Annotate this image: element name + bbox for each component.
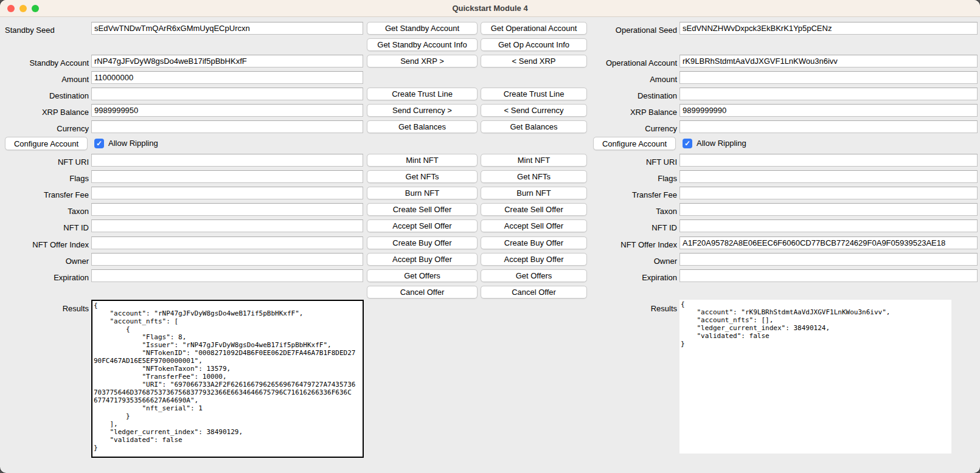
standby-allow-rippling-label: Allow Rippling [108, 137, 158, 150]
standby-send-xrp-button[interactable]: Send XRP > [367, 55, 478, 67]
operational-results-text: { "account": "rK9LBRhStdmtAaVdJXGVF1LnKW… [679, 300, 951, 348]
standby-nft-uri-label: NFT URI [0, 156, 89, 168]
standby-allow-rippling-checkbox[interactable] [94, 139, 104, 148]
operational-results-label: Results [535, 302, 677, 315]
operational-xrp-balance-label: XRP Balance [535, 106, 677, 119]
operational-nft-uri-input[interactable] [679, 154, 978, 167]
operational-amount-label: Amount [535, 73, 677, 86]
window-title: Quickstart Module 4 [452, 4, 527, 13]
operational-xrp-balance-input[interactable] [679, 104, 978, 117]
operational-nft-uri-label: NFT URI [535, 156, 677, 168]
operational-cancel-offer-button[interactable]: Cancel Offer [481, 286, 587, 299]
standby-get-offers-button[interactable]: Get Offers [367, 269, 478, 282]
operational-amount-input[interactable] [679, 71, 978, 84]
operational-expiration-input[interactable] [679, 269, 978, 282]
operational-allow-rippling-label: Allow Rippling [697, 137, 746, 150]
operational-results-area[interactable]: { "account": "rK9LBRhStdmtAaVdJXGVF1LnKW… [679, 300, 951, 454]
standby-account-input[interactable] [91, 55, 363, 67]
standby-taxon-label: Taxon [0, 205, 89, 218]
standby-get-nfts-button[interactable]: Get NFTs [367, 170, 478, 183]
operational-account-label: Operational Account [535, 57, 677, 69]
standby-results-area[interactable]: { "account": "rNP47gJFvDyW8gsDo4weB17if5… [91, 300, 364, 458]
standby-create-sell-offer-button[interactable]: Create Sell Offer [367, 203, 478, 216]
standby-amount-input[interactable] [91, 71, 363, 84]
operational-currency-input[interactable] [679, 120, 978, 133]
operational-owner-label: Owner [535, 255, 677, 268]
standby-results-text: { "account": "rNP47gJFvDyW8gsDo4weB17if5… [92, 301, 363, 452]
standby-seed-label: Standby Seed [5, 24, 55, 36]
operational-seed-input[interactable] [679, 22, 978, 35]
operational-taxon-label: Taxon [535, 205, 677, 218]
standby-accept-sell-offer-button[interactable]: Accept Sell Offer [367, 219, 478, 232]
standby-destination-input[interactable] [91, 88, 363, 100]
standby-results-label: Results [0, 302, 89, 315]
close-button[interactable] [7, 5, 15, 12]
standby-nft-offer-index-label: NFT Offer Index [0, 238, 89, 251]
operational-nft-offer-index-label: NFT Offer Index [535, 238, 677, 251]
standby-expiration-label: Expiration [0, 271, 89, 284]
operational-currency-label: Currency [535, 122, 677, 135]
standby-mint-nft-button[interactable]: Mint NFT [367, 154, 478, 167]
standby-flags-input[interactable] [91, 170, 363, 183]
standby-create-trust-line-button[interactable]: Create Trust Line [367, 88, 478, 100]
standby-nft-offer-index-input[interactable] [91, 236, 363, 249]
standby-account-label: Standby Account [0, 57, 89, 69]
operational-transfer-fee-label: Transfer Fee [535, 188, 677, 201]
standby-flags-label: Flags [0, 172, 89, 185]
standby-destination-label: Destination [0, 89, 89, 102]
operational-allow-rippling-checkbox[interactable] [683, 139, 692, 148]
operational-account-input[interactable] [679, 55, 978, 67]
operational-flags-input[interactable] [679, 170, 978, 183]
operational-owner-input[interactable] [679, 253, 978, 266]
operational-nft-id-input[interactable] [679, 219, 978, 232]
standby-create-buy-offer-button[interactable]: Create Buy Offer [367, 236, 478, 249]
standby-seed-input[interactable] [91, 22, 363, 35]
standby-xrp-balance-label: XRP Balance [0, 106, 89, 119]
operational-taxon-input[interactable] [679, 203, 978, 216]
standby-get-balances-button[interactable]: Get Balances [367, 120, 478, 133]
operational-destination-input[interactable] [679, 88, 978, 100]
operational-seed-label: Operational Seed [535, 24, 677, 36]
standby-currency-label: Currency [0, 122, 89, 135]
get-standby-account-button[interactable]: Get Standby Account [367, 22, 478, 35]
standby-send-currency-button[interactable]: Send Currency > [367, 104, 478, 117]
standby-configure-account-button[interactable]: Configure Account [5, 137, 88, 150]
operational-flags-label: Flags [535, 172, 677, 185]
standby-burn-nft-button[interactable]: Burn NFT [367, 187, 478, 199]
operational-destination-label: Destination [535, 89, 677, 102]
standby-nft-id-input[interactable] [91, 219, 363, 232]
standby-transfer-fee-input[interactable] [91, 187, 363, 199]
get-standby-account-info-button[interactable]: Get Standby Account Info [367, 38, 478, 51]
title-bar: Quickstart Module 4 [0, 0, 980, 17]
standby-owner-input[interactable] [91, 253, 363, 266]
standby-owner-label: Owner [0, 255, 89, 268]
standby-expiration-input[interactable] [91, 269, 363, 282]
standby-nft-uri-input[interactable] [91, 154, 363, 167]
operational-nft-id-label: NFT ID [535, 221, 677, 234]
zoom-button[interactable] [32, 5, 39, 12]
app-window: Quickstart Module 4 Standby Seed Standby… [0, 0, 980, 473]
standby-taxon-input[interactable] [91, 203, 363, 216]
operational-nft-offer-index-input[interactable] [679, 236, 978, 249]
operational-expiration-label: Expiration [535, 271, 677, 284]
standby-transfer-fee-label: Transfer Fee [0, 188, 89, 201]
standby-cancel-offer-button[interactable]: Cancel Offer [367, 286, 478, 299]
standby-amount-label: Amount [0, 73, 89, 86]
get-op-account-info-button[interactable]: Get Op Account Info [481, 38, 587, 51]
standby-currency-input[interactable] [91, 120, 363, 133]
minimize-button[interactable] [19, 5, 27, 12]
operational-transfer-fee-input[interactable] [679, 187, 978, 199]
standby-accept-buy-offer-button[interactable]: Accept Buy Offer [367, 253, 478, 266]
standby-nft-id-label: NFT ID [0, 221, 89, 234]
standby-xrp-balance-input[interactable] [91, 104, 363, 117]
operational-configure-account-button[interactable]: Configure Account [593, 137, 676, 150]
